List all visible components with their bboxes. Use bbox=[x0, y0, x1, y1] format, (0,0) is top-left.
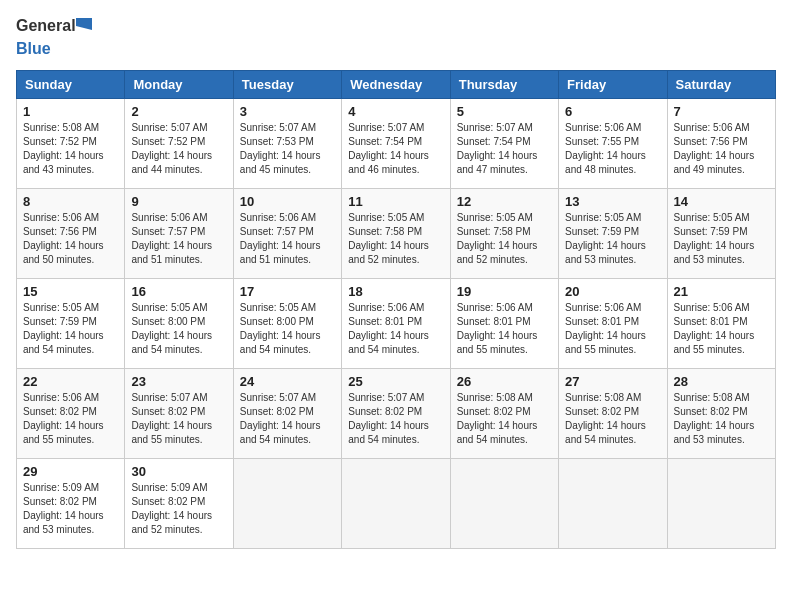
day-number: 24 bbox=[240, 374, 335, 389]
calendar-cell: 7Sunrise: 5:06 AM Sunset: 7:56 PM Daylig… bbox=[667, 98, 775, 188]
day-info: Sunrise: 5:05 AM Sunset: 8:00 PM Dayligh… bbox=[240, 301, 335, 357]
calendar-cell: 14Sunrise: 5:05 AM Sunset: 7:59 PM Dayli… bbox=[667, 188, 775, 278]
calendar-header-row: SundayMondayTuesdayWednesdayThursdayFrid… bbox=[17, 70, 776, 98]
day-number: 1 bbox=[23, 104, 118, 119]
calendar-cell: 22Sunrise: 5:06 AM Sunset: 8:02 PM Dayli… bbox=[17, 368, 125, 458]
day-number: 9 bbox=[131, 194, 226, 209]
day-number: 2 bbox=[131, 104, 226, 119]
day-info: Sunrise: 5:05 AM Sunset: 7:59 PM Dayligh… bbox=[23, 301, 118, 357]
day-number: 14 bbox=[674, 194, 769, 209]
day-number: 27 bbox=[565, 374, 660, 389]
calendar-week-row: 8Sunrise: 5:06 AM Sunset: 7:56 PM Daylig… bbox=[17, 188, 776, 278]
calendar-cell: 21Sunrise: 5:06 AM Sunset: 8:01 PM Dayli… bbox=[667, 278, 775, 368]
calendar-cell: 24Sunrise: 5:07 AM Sunset: 8:02 PM Dayli… bbox=[233, 368, 341, 458]
day-info: Sunrise: 5:09 AM Sunset: 8:02 PM Dayligh… bbox=[131, 481, 226, 537]
day-number: 20 bbox=[565, 284, 660, 299]
day-number: 25 bbox=[348, 374, 443, 389]
calendar: SundayMondayTuesdayWednesdayThursdayFrid… bbox=[16, 70, 776, 549]
calendar-cell: 2Sunrise: 5:07 AM Sunset: 7:52 PM Daylig… bbox=[125, 98, 233, 188]
day-number: 16 bbox=[131, 284, 226, 299]
day-number: 7 bbox=[674, 104, 769, 119]
day-info: Sunrise: 5:07 AM Sunset: 7:53 PM Dayligh… bbox=[240, 121, 335, 177]
day-number: 17 bbox=[240, 284, 335, 299]
header-thursday: Thursday bbox=[450, 70, 558, 98]
day-number: 8 bbox=[23, 194, 118, 209]
day-number: 6 bbox=[565, 104, 660, 119]
header-saturday: Saturday bbox=[667, 70, 775, 98]
calendar-cell: 9Sunrise: 5:06 AM Sunset: 7:57 PM Daylig… bbox=[125, 188, 233, 278]
calendar-cell: 26Sunrise: 5:08 AM Sunset: 8:02 PM Dayli… bbox=[450, 368, 558, 458]
day-info: Sunrise: 5:05 AM Sunset: 8:00 PM Dayligh… bbox=[131, 301, 226, 357]
day-info: Sunrise: 5:08 AM Sunset: 8:02 PM Dayligh… bbox=[457, 391, 552, 447]
day-number: 11 bbox=[348, 194, 443, 209]
day-number: 18 bbox=[348, 284, 443, 299]
day-info: Sunrise: 5:07 AM Sunset: 8:02 PM Dayligh… bbox=[131, 391, 226, 447]
logo-blue-text: Blue bbox=[16, 40, 51, 58]
calendar-cell bbox=[233, 458, 341, 548]
logo: GeneralBlue bbox=[16, 16, 92, 58]
calendar-cell: 15Sunrise: 5:05 AM Sunset: 7:59 PM Dayli… bbox=[17, 278, 125, 368]
calendar-cell: 4Sunrise: 5:07 AM Sunset: 7:54 PM Daylig… bbox=[342, 98, 450, 188]
day-info: Sunrise: 5:08 AM Sunset: 8:02 PM Dayligh… bbox=[565, 391, 660, 447]
day-info: Sunrise: 5:05 AM Sunset: 7:58 PM Dayligh… bbox=[348, 211, 443, 267]
day-number: 4 bbox=[348, 104, 443, 119]
calendar-week-row: 15Sunrise: 5:05 AM Sunset: 7:59 PM Dayli… bbox=[17, 278, 776, 368]
calendar-cell: 23Sunrise: 5:07 AM Sunset: 8:02 PM Dayli… bbox=[125, 368, 233, 458]
day-number: 28 bbox=[674, 374, 769, 389]
day-info: Sunrise: 5:08 AM Sunset: 8:02 PM Dayligh… bbox=[674, 391, 769, 447]
calendar-cell: 16Sunrise: 5:05 AM Sunset: 8:00 PM Dayli… bbox=[125, 278, 233, 368]
day-number: 12 bbox=[457, 194, 552, 209]
calendar-cell: 3Sunrise: 5:07 AM Sunset: 7:53 PM Daylig… bbox=[233, 98, 341, 188]
day-info: Sunrise: 5:06 AM Sunset: 7:56 PM Dayligh… bbox=[674, 121, 769, 177]
calendar-cell: 8Sunrise: 5:06 AM Sunset: 7:56 PM Daylig… bbox=[17, 188, 125, 278]
header-wednesday: Wednesday bbox=[342, 70, 450, 98]
calendar-cell: 6Sunrise: 5:06 AM Sunset: 7:55 PM Daylig… bbox=[559, 98, 667, 188]
calendar-cell: 28Sunrise: 5:08 AM Sunset: 8:02 PM Dayli… bbox=[667, 368, 775, 458]
day-info: Sunrise: 5:06 AM Sunset: 7:57 PM Dayligh… bbox=[131, 211, 226, 267]
day-info: Sunrise: 5:07 AM Sunset: 7:54 PM Dayligh… bbox=[457, 121, 552, 177]
calendar-cell: 1Sunrise: 5:08 AM Sunset: 7:52 PM Daylig… bbox=[17, 98, 125, 188]
day-info: Sunrise: 5:07 AM Sunset: 8:02 PM Dayligh… bbox=[240, 391, 335, 447]
header-tuesday: Tuesday bbox=[233, 70, 341, 98]
calendar-cell bbox=[559, 458, 667, 548]
day-info: Sunrise: 5:07 AM Sunset: 7:54 PM Dayligh… bbox=[348, 121, 443, 177]
day-number: 30 bbox=[131, 464, 226, 479]
day-number: 3 bbox=[240, 104, 335, 119]
calendar-cell: 12Sunrise: 5:05 AM Sunset: 7:58 PM Dayli… bbox=[450, 188, 558, 278]
day-info: Sunrise: 5:05 AM Sunset: 7:59 PM Dayligh… bbox=[674, 211, 769, 267]
day-number: 15 bbox=[23, 284, 118, 299]
calendar-week-row: 29Sunrise: 5:09 AM Sunset: 8:02 PM Dayli… bbox=[17, 458, 776, 548]
day-info: Sunrise: 5:06 AM Sunset: 7:55 PM Dayligh… bbox=[565, 121, 660, 177]
day-info: Sunrise: 5:07 AM Sunset: 8:02 PM Dayligh… bbox=[348, 391, 443, 447]
day-number: 5 bbox=[457, 104, 552, 119]
day-number: 29 bbox=[23, 464, 118, 479]
day-info: Sunrise: 5:05 AM Sunset: 7:58 PM Dayligh… bbox=[457, 211, 552, 267]
day-info: Sunrise: 5:07 AM Sunset: 7:52 PM Dayligh… bbox=[131, 121, 226, 177]
calendar-cell: 11Sunrise: 5:05 AM Sunset: 7:58 PM Dayli… bbox=[342, 188, 450, 278]
header-friday: Friday bbox=[559, 70, 667, 98]
calendar-cell: 13Sunrise: 5:05 AM Sunset: 7:59 PM Dayli… bbox=[559, 188, 667, 278]
logo-general-text: General bbox=[16, 17, 76, 35]
day-info: Sunrise: 5:09 AM Sunset: 8:02 PM Dayligh… bbox=[23, 481, 118, 537]
header-monday: Monday bbox=[125, 70, 233, 98]
day-info: Sunrise: 5:05 AM Sunset: 7:59 PM Dayligh… bbox=[565, 211, 660, 267]
calendar-cell bbox=[450, 458, 558, 548]
day-number: 13 bbox=[565, 194, 660, 209]
day-number: 19 bbox=[457, 284, 552, 299]
day-info: Sunrise: 5:06 AM Sunset: 8:01 PM Dayligh… bbox=[457, 301, 552, 357]
day-number: 26 bbox=[457, 374, 552, 389]
day-number: 10 bbox=[240, 194, 335, 209]
calendar-cell: 30Sunrise: 5:09 AM Sunset: 8:02 PM Dayli… bbox=[125, 458, 233, 548]
day-info: Sunrise: 5:08 AM Sunset: 7:52 PM Dayligh… bbox=[23, 121, 118, 177]
calendar-cell: 5Sunrise: 5:07 AM Sunset: 7:54 PM Daylig… bbox=[450, 98, 558, 188]
calendar-week-row: 1Sunrise: 5:08 AM Sunset: 7:52 PM Daylig… bbox=[17, 98, 776, 188]
day-number: 22 bbox=[23, 374, 118, 389]
calendar-cell: 19Sunrise: 5:06 AM Sunset: 8:01 PM Dayli… bbox=[450, 278, 558, 368]
calendar-cell: 27Sunrise: 5:08 AM Sunset: 8:02 PM Dayli… bbox=[559, 368, 667, 458]
calendar-cell: 10Sunrise: 5:06 AM Sunset: 7:57 PM Dayli… bbox=[233, 188, 341, 278]
calendar-cell: 25Sunrise: 5:07 AM Sunset: 8:02 PM Dayli… bbox=[342, 368, 450, 458]
svg-marker-0 bbox=[76, 18, 92, 30]
calendar-cell: 20Sunrise: 5:06 AM Sunset: 8:01 PM Dayli… bbox=[559, 278, 667, 368]
day-info: Sunrise: 5:06 AM Sunset: 8:01 PM Dayligh… bbox=[674, 301, 769, 357]
day-info: Sunrise: 5:06 AM Sunset: 8:02 PM Dayligh… bbox=[23, 391, 118, 447]
